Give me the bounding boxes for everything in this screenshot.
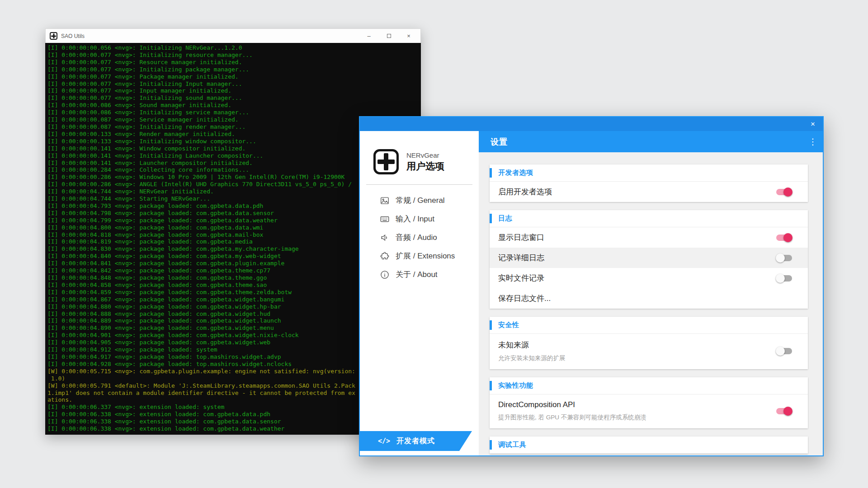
- code-icon: </>: [378, 437, 390, 445]
- settings-content: 开发者选项启用开发者选项日志显示日志窗口记录详细日志实时文件记录保存日志文件..…: [479, 152, 823, 455]
- toggle-switch[interactable]: [776, 407, 793, 416]
- sidebar-item-general[interactable]: 常规 / General: [360, 191, 479, 210]
- section-header: 开发者选项: [490, 164, 808, 182]
- section-title: 实验性功能: [498, 381, 533, 390]
- logo-subtitle: 用户选项: [406, 160, 444, 173]
- console-log-line: [I] 0:00:00:00.077 <nvg>: Initializing r…: [47, 52, 421, 59]
- close-icon: ×: [407, 33, 410, 39]
- setting-label: 记录详细日志: [498, 253, 768, 263]
- toggle-switch[interactable]: [776, 233, 793, 242]
- sidebar-item-label: 输入 / Input: [396, 214, 434, 224]
- nervgear-logo-icon: [373, 149, 399, 174]
- toggle-switch[interactable]: [776, 274, 793, 283]
- setting-description: 提升图形性能, 若 GPU 不兼容则可能使程序或系统崩溃: [498, 413, 768, 422]
- kebab-menu-icon[interactable]: ⋮: [803, 136, 823, 147]
- sao-utils-app-icon: [50, 32, 57, 40]
- console-window-title: SAO Utils: [61, 33, 359, 39]
- setting-label: 显示日志窗口: [498, 232, 768, 243]
- section-title: 安全性: [498, 321, 519, 329]
- settings-card: 日志显示日志窗口记录详细日志实时文件记录保存日志文件...: [490, 210, 808, 309]
- close-button[interactable]: ×: [399, 29, 419, 43]
- maximize-button[interactable]: [379, 29, 399, 43]
- speaker-icon: [379, 232, 390, 243]
- section-title: 调试工具: [498, 441, 526, 449]
- section-header: 调试工具: [490, 436, 808, 454]
- section-title: 日志: [498, 214, 512, 223]
- setting-label: 实时文件记录: [498, 273, 768, 283]
- setting-row: 启用开发者选项: [490, 182, 808, 202]
- console-titlebar[interactable]: SAO Utils – ×: [45, 28, 421, 43]
- settings-card: 实验性功能DirectComposition API提升图形性能, 若 GPU …: [490, 377, 808, 428]
- console-log-line: [I] 0:00:00:00.077 <nvg>: Initializing I…: [47, 80, 421, 88]
- keyboard-icon: [379, 214, 390, 225]
- console-log-line: [I] 0:00:00:00.056 <nvg>: Initializing N…: [47, 44, 421, 52]
- console-log-line: [I] 0:00:00:00.077 <nvg>: Package manage…: [47, 73, 421, 80]
- close-icon: ×: [811, 120, 815, 128]
- info-icon: [379, 269, 390, 280]
- toggle-switch[interactable]: [776, 188, 793, 197]
- console-log-line: [I] 0:00:00:00.077 <nvg>: Input manager …: [47, 87, 421, 94]
- dialog-close-button[interactable]: ×: [803, 117, 823, 131]
- setting-row: 显示日志窗口: [490, 227, 808, 248]
- setting-row: 实时文件记录: [490, 268, 808, 288]
- section-accent-bar: [490, 320, 492, 330]
- dialog-sidebar: NERvGear 用户选项 常规 / General输入 / Input音频 /…: [360, 131, 479, 455]
- settings-dialog: × NERvGear 用户选项 常规 / General输入 / Input音频…: [359, 116, 824, 456]
- sidebar-menu: 常规 / General输入 / Input音频 / Audio扩展 / Ext…: [360, 191, 479, 284]
- setting-label: 未知来源: [498, 340, 768, 350]
- developer-mode-banner[interactable]: </> 开发者模式: [360, 431, 472, 451]
- setting-row[interactable]: 保存日志文件...: [490, 288, 808, 309]
- settings-card: 开发者选项启用开发者选项: [490, 164, 808, 202]
- console-log-line: [I] 0:00:00:00.077 <nvg>: Initializing s…: [47, 94, 421, 102]
- setting-label: 保存日志文件...: [498, 293, 793, 304]
- developer-mode-label: 开发者模式: [396, 436, 435, 446]
- settings-card: 调试工具: [490, 436, 808, 454]
- settings-card: 安全性未知来源允许安装未知来源的扩展: [490, 317, 808, 369]
- minimize-button[interactable]: –: [359, 29, 379, 43]
- toggle-switch[interactable]: [776, 347, 793, 356]
- toggle-switch[interactable]: [776, 253, 793, 263]
- puzzle-icon: [379, 251, 390, 262]
- sidebar-item-audio[interactable]: 音频 / Audio: [360, 228, 479, 247]
- sidebar-item-label: 扩展 / Extensions: [396, 251, 455, 261]
- setting-label: DirectComposition API: [498, 400, 768, 409]
- sidebar-item-extensions[interactable]: 扩展 / Extensions: [360, 247, 479, 265]
- section-header: 实验性功能: [490, 377, 808, 394]
- sidebar-item-label: 音频 / Audio: [396, 232, 437, 243]
- setting-row: 未知来源允许安装未知来源的扩展: [490, 334, 808, 369]
- sidebar-divider: [366, 184, 472, 185]
- minimize-icon: –: [367, 33, 370, 39]
- console-log-line: [I] 0:00:00:00.077 <nvg>: Initializing p…: [47, 66, 421, 73]
- section-accent-bar: [490, 440, 492, 450]
- setting-row: DirectComposition API提升图形性能, 若 GPU 不兼容则可…: [490, 394, 808, 428]
- sidebar-item-about[interactable]: 关于 / About: [360, 265, 479, 284]
- logo-title: NERvGear: [406, 151, 444, 159]
- maximize-icon: [387, 34, 391, 38]
- page-title: 设置: [491, 136, 803, 147]
- console-log-line: [I] 0:00:00:00.086 <nvg>: Sound manager …: [47, 102, 421, 109]
- section-header: 安全性: [490, 317, 808, 334]
- section-title: 开发者选项: [498, 169, 533, 177]
- console-log-line: [I] 0:00:00:00.077 <nvg>: Resource manag…: [47, 59, 421, 66]
- setting-row: 记录详细日志: [490, 248, 808, 268]
- section-accent-bar: [490, 381, 492, 390]
- settings-header: 设置 ⋮: [479, 131, 823, 152]
- section-accent-bar: [490, 168, 492, 178]
- section-accent-bar: [490, 214, 492, 223]
- setting-description: 允许安装未知来源的扩展: [498, 354, 768, 362]
- app-logo-block: NERvGear 用户选项: [373, 149, 479, 174]
- section-header: 日志: [490, 210, 808, 227]
- sidebar-item-input[interactable]: 输入 / Input: [360, 210, 479, 228]
- image-icon: [379, 195, 390, 206]
- setting-label: 启用开发者选项: [498, 187, 768, 197]
- sidebar-item-label: 关于 / About: [396, 269, 438, 280]
- dialog-titlebar[interactable]: ×: [360, 117, 823, 131]
- console-log-line: [I] 0:00:00:00.086 <nvg>: Initializing s…: [47, 109, 421, 116]
- sidebar-item-label: 常规 / General: [396, 195, 445, 206]
